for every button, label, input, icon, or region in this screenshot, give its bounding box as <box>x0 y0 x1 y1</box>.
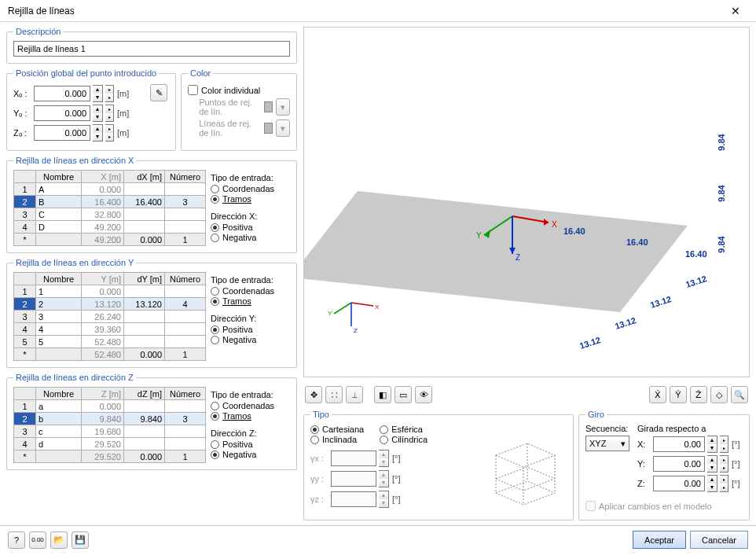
giro-z-input[interactable] <box>653 476 705 491</box>
open-icon[interactable]: 📂 <box>50 531 68 549</box>
gamma-y-input <box>331 471 376 487</box>
table-row[interactable]: 3C32.800 <box>14 208 206 221</box>
table-row[interactable]: 1a0.000 <box>14 400 206 413</box>
color-individual-checkbox[interactable] <box>188 85 198 95</box>
color-individual-label: Color individual <box>201 86 260 95</box>
giro-label: Giro <box>585 410 607 419</box>
table-row[interactable]: 110.000 <box>14 285 206 298</box>
grid-y-group: Rejilla de líneas en dirección Y Nombre … <box>6 258 297 368</box>
svg-text:Z: Z <box>354 327 358 334</box>
viewport-3d[interactable]: X Y Z X Y Z 9.84 9.84 9.84 16.40 16.4 <box>303 27 750 377</box>
accept-button[interactable]: Aceptar <box>633 531 686 549</box>
grid-y-tramo-radio[interactable]: Tramos <box>211 296 290 306</box>
color-group: Color Color individual Puntos de rej. de… <box>181 68 297 151</box>
color-puntos-label: Puntos de rej. de lín. <box>199 97 261 116</box>
grid-y-coord-radio[interactable]: Coordenadas <box>211 286 290 296</box>
giro-y-input[interactable] <box>653 456 705 472</box>
close-icon[interactable]: ✕ <box>720 2 751 20</box>
grid-y-neg-radio[interactable]: Negativa <box>211 335 290 344</box>
help-icon[interactable]: ? <box>8 531 25 549</box>
pick-point-icon[interactable]: ✎ <box>150 84 167 101</box>
table-row[interactable]: 4d29.520 <box>14 438 206 451</box>
vp-view-z-icon[interactable]: Ẑ <box>690 386 707 403</box>
table-row[interactable]: *49.2000.0001 <box>14 234 206 246</box>
table-row[interactable]: 4439.360 <box>14 323 206 336</box>
vp-view-iso-icon[interactable]: ◇ <box>710 386 728 403</box>
table-row[interactable]: 2B16.40016.4003 <box>14 196 206 208</box>
grid-x-neg-radio[interactable]: Negativa <box>211 233 290 242</box>
giro-sec-select[interactable]: XYZ▾ <box>585 436 629 451</box>
y0-stepper[interactable]: ▸▸ <box>105 105 114 122</box>
giro-x-spinner[interactable]: ▲▼ <box>707 436 717 453</box>
table-row[interactable]: 2213.12013.1204 <box>14 298 206 311</box>
grid-x-coord-radio[interactable]: Coordenadas <box>211 184 290 193</box>
color-label: Color <box>188 68 213 78</box>
vp-view-zoom-icon[interactable]: 🔍 <box>731 386 748 403</box>
table-row[interactable]: 3c19.680 <box>14 425 206 438</box>
descripcion-input[interactable] <box>13 41 290 57</box>
tipo-cilindrica-radio[interactable]: Cilíndrica <box>380 435 428 444</box>
grid-x-pos-radio[interactable]: Positiva <box>211 222 290 232</box>
vp-tool-screen-icon[interactable]: ▭ <box>395 386 412 403</box>
gamma-x-spinner: ▲▼ <box>379 450 389 467</box>
svg-text:X: X <box>375 303 380 311</box>
tipo-inclinada-radio[interactable]: Inclinada <box>310 435 364 444</box>
vp-view-y-icon[interactable]: Ŷ <box>670 386 687 403</box>
gamma-y-spinner: ▲▼ <box>379 470 389 487</box>
giro-z-stepper[interactable]: ▸▸ <box>720 475 728 492</box>
z0-stepper[interactable]: ▸▸ <box>105 124 114 142</box>
grid-z-table[interactable]: Nombre Z [m] dZ [m] Número 1a0.0002b9.84… <box>13 387 206 463</box>
vp-tool-pick-icon[interactable]: ✥ <box>305 386 322 403</box>
table-row[interactable]: *29.5200.0001 <box>14 451 206 463</box>
color-lineas-swatch <box>264 123 273 134</box>
grid-z-coord-radio[interactable]: Coordenadas <box>211 401 290 410</box>
grid-z-neg-radio[interactable]: Negativa <box>211 450 290 459</box>
table-row[interactable]: 1A0.000 <box>14 183 206 196</box>
z0-input[interactable] <box>34 125 90 141</box>
giro-y-stepper[interactable]: ▸▸ <box>720 455 728 473</box>
svg-text:X: X <box>552 220 557 229</box>
tipo-cartesiana-radio[interactable]: Cartesiana <box>310 425 364 434</box>
table-row[interactable]: 3326.240 <box>14 311 206 323</box>
z0-spinner[interactable]: ▲▼ <box>93 124 103 142</box>
viewport-slab <box>303 191 688 312</box>
giro-y-spinner[interactable]: ▲▼ <box>707 455 717 473</box>
grid-y-label: Rejilla de líneas en dirección Y <box>13 258 136 267</box>
giro-x-stepper[interactable]: ▸▸ <box>720 436 728 453</box>
table-row[interactable]: 4D49.200 <box>14 221 206 234</box>
tipo-esferica-radio[interactable]: Esférica <box>380 425 428 434</box>
grid-y-table[interactable]: Nombre Y [m] dY [m] Número 110.0002213.1… <box>13 272 206 361</box>
descripcion-group: Descripción <box>6 27 297 64</box>
grid-z-tramo-radio[interactable]: Tramos <box>211 411 290 421</box>
vp-tool-eye-icon[interactable]: 👁 <box>415 386 432 403</box>
table-row[interactable]: 5552.480 <box>14 336 206 348</box>
units-icon[interactable]: 0.00 <box>29 531 46 549</box>
svg-text:Y: Y <box>328 310 332 317</box>
save-icon[interactable]: 💾 <box>72 531 89 549</box>
vp-tool-axes-icon[interactable]: ⟂ <box>346 386 363 403</box>
giro-x-input[interactable] <box>653 436 705 452</box>
cancel-button[interactable]: Cancelar <box>690 531 748 549</box>
color-lineas-label: Líneas de rej. de lín. <box>199 119 261 138</box>
x0-stepper[interactable]: ▸▸ <box>105 85 114 102</box>
grid-x-tramo-radio[interactable]: Tramos <box>211 194 290 204</box>
grid-y-pos-radio[interactable]: Positiva <box>211 325 290 334</box>
y0-spinner[interactable]: ▲▼ <box>93 105 103 122</box>
table-row[interactable]: *52.4800.0001 <box>14 348 206 361</box>
svg-marker-1 <box>544 219 549 226</box>
x0-input[interactable] <box>34 86 90 101</box>
y0-input[interactable] <box>34 105 90 121</box>
vp-tool-model-icon[interactable]: ◧ <box>374 386 391 403</box>
giro-apply-checkbox <box>585 501 596 511</box>
x0-spinner[interactable]: ▲▼ <box>93 85 103 102</box>
giro-z-spinner[interactable]: ▲▼ <box>707 475 717 492</box>
grid-z-pos-radio[interactable]: Positiva <box>211 439 290 449</box>
svg-marker-15 <box>496 443 555 467</box>
descripcion-label: Descripción <box>13 27 63 36</box>
grid-z-group: Rejilla de líneas en dirección Z Nombre … <box>6 373 297 470</box>
grid-x-table[interactable]: Nombre X [m] dX [m] Número 1A0.0002B16.4… <box>13 170 206 246</box>
vp-tool-size-icon[interactable]: ⸬ <box>325 386 343 403</box>
svg-line-0 <box>512 216 549 222</box>
table-row[interactable]: 2b9.8409.8403 <box>14 413 206 425</box>
vp-view-x-icon[interactable]: X̂ <box>649 386 666 403</box>
